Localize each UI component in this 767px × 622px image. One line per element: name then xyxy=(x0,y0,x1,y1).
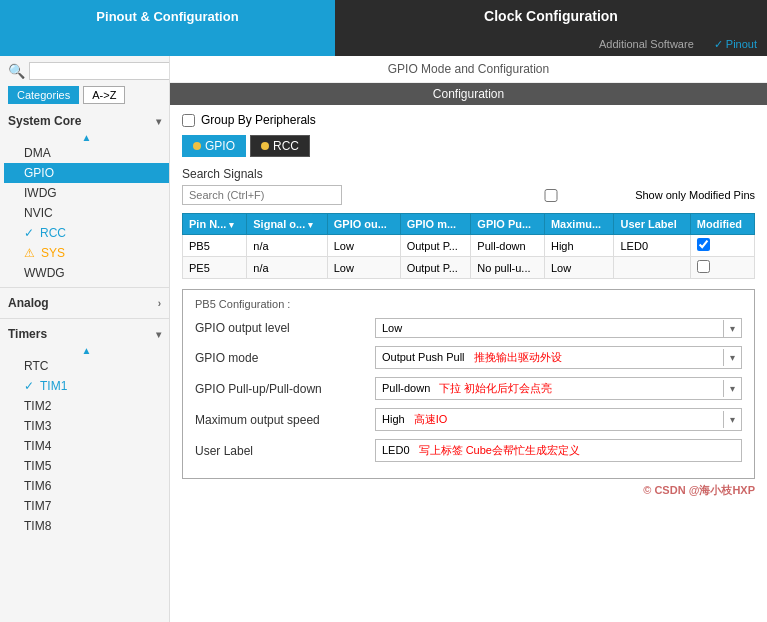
config-bar: Configuration xyxy=(170,83,767,105)
speed-select[interactable]: High 高速IO ▾ xyxy=(375,408,742,431)
modified-checkbox-0[interactable] xyxy=(697,238,710,251)
wwdg-label: WWDG xyxy=(24,266,65,280)
cell-modified-0 xyxy=(690,235,754,257)
section-timers: Timers ▾ ▲ RTC ✓ TIM1 TIM2 TIM3 xyxy=(0,321,169,538)
rcc-label: RCC xyxy=(40,226,66,240)
speed-label: Maximum output speed xyxy=(195,413,375,427)
output-level-select[interactable]: Low ▾ xyxy=(375,318,742,338)
sidebar-item-wwdg[interactable]: WWDG xyxy=(4,263,169,283)
sidebar-item-tim8[interactable]: TIM8 xyxy=(4,516,169,536)
tab-rcc[interactable]: RCC xyxy=(250,135,310,157)
pinout-config-label: Pinout & Configuration xyxy=(96,9,238,24)
sidebar-item-dma[interactable]: DMA xyxy=(4,143,169,163)
sidebar-item-nvic[interactable]: NVIC xyxy=(4,203,169,223)
col-pin[interactable]: Pin N... ▾ xyxy=(183,214,247,235)
sidebar-item-tim2[interactable]: TIM2 xyxy=(4,396,169,416)
iwdg-label: IWDG xyxy=(24,186,57,200)
col-modified[interactable]: Modified xyxy=(690,214,754,235)
sys-label: SYS xyxy=(41,246,65,260)
timers-chevron: ▾ xyxy=(156,329,161,340)
dma-label: DMA xyxy=(24,146,51,160)
col-signal[interactable]: Signal o... ▾ xyxy=(247,214,327,235)
tab-categories[interactable]: Categories xyxy=(8,86,79,104)
config-row-pull: GPIO Pull-up/Pull-down Pull-down 下拉 初始化后… xyxy=(195,377,742,400)
sidebar-item-tim4[interactable]: TIM4 xyxy=(4,436,169,456)
nvic-label: NVIC xyxy=(24,206,53,220)
sidebar-item-rcc[interactable]: ✓ RCC xyxy=(4,223,169,243)
sidebar-search-area: 🔍 ⚙ xyxy=(0,56,169,86)
pull-select[interactable]: Pull-down 下拉 初始化后灯会点亮 ▾ xyxy=(375,377,742,400)
cell-signal-1: n/a xyxy=(247,257,327,279)
rcc-tab-label: RCC xyxy=(273,139,299,153)
gpio-label: GPIO xyxy=(24,166,54,180)
group-by-checkbox[interactable] xyxy=(182,114,195,127)
sidebar: 🔍 ⚙ Categories A->Z System Core ▾ ▲ DMA … xyxy=(0,56,170,622)
section-analog: Analog › xyxy=(0,290,169,316)
gpio-mode-chevron: ▾ xyxy=(723,349,741,366)
speed-annotation: 高速IO xyxy=(414,413,448,425)
sidebar-item-tim3[interactable]: TIM3 xyxy=(4,416,169,436)
timers-label: Timers xyxy=(8,327,47,341)
gpio-mode-value: Output Push Pull 推挽输出驱动外设 xyxy=(376,347,723,368)
config-row-user-label: User Label LED0 写上标签 Cube会帮忙生成宏定义 xyxy=(195,439,742,462)
sidebar-item-tim5[interactable]: TIM5 xyxy=(4,456,169,476)
show-modified-label: Show only Modified Pins xyxy=(635,189,755,201)
timers-header[interactable]: Timers ▾ xyxy=(0,323,169,345)
sidebar-search-input[interactable] xyxy=(29,62,170,80)
speed-value: High 高速IO xyxy=(376,409,723,430)
cell-label-1 xyxy=(614,257,690,279)
cell-label-0: LED0 xyxy=(614,235,690,257)
rcc-dot xyxy=(261,142,269,150)
tim3-label: TIM3 xyxy=(24,419,51,433)
pinout-link[interactable]: ✓ Pinout xyxy=(714,38,757,51)
search-icon: 🔍 xyxy=(8,63,25,79)
tab-gpio[interactable]: GPIO xyxy=(182,135,246,157)
analog-label: Analog xyxy=(8,296,49,310)
sidebar-item-gpio[interactable]: GPIO xyxy=(4,163,169,183)
sub-nav-right: Additional Software ✓ Pinout xyxy=(335,32,767,56)
pinout-config-tab[interactable]: Pinout & Configuration xyxy=(0,0,335,32)
main-content: GPIO Mode and Configuration Configuratio… xyxy=(170,56,767,622)
sidebar-item-iwdg[interactable]: IWDG xyxy=(4,183,169,203)
modified-checkbox-1[interactable] xyxy=(697,260,710,273)
additional-software-link[interactable]: Additional Software xyxy=(599,38,694,50)
clock-config-tab[interactable]: Clock Configuration xyxy=(335,0,767,32)
content-title: GPIO Mode and Configuration xyxy=(170,56,767,83)
col-label[interactable]: User Label xyxy=(614,214,690,235)
gpio-mode-select[interactable]: Output Push Pull 推挽输出驱动外设 ▾ xyxy=(375,346,742,369)
analog-chevron: › xyxy=(158,298,161,309)
sidebar-tabs: Categories A->Z xyxy=(0,86,169,104)
col-gpio-mode[interactable]: GPIO m... xyxy=(400,214,471,235)
tab-a-z[interactable]: A->Z xyxy=(83,86,125,104)
sidebar-item-tim6[interactable]: TIM6 xyxy=(4,476,169,496)
gpio-mode-val-text: Output Push Pull xyxy=(382,351,465,363)
user-label-input-area[interactable]: LED0 写上标签 Cube会帮忙生成宏定义 xyxy=(375,439,742,462)
show-modified-checkbox[interactable] xyxy=(471,189,631,202)
analog-header[interactable]: Analog › xyxy=(0,292,169,314)
col-gpio-pu[interactable]: GPIO Pu... xyxy=(471,214,545,235)
sidebar-item-sys[interactable]: ⚠ SYS xyxy=(4,243,169,263)
group-by-row: Group By Peripherals xyxy=(182,113,755,127)
pull-chevron: ▾ xyxy=(723,380,741,397)
cell-signal-0: n/a xyxy=(247,235,327,257)
signal-tabs: GPIO RCC xyxy=(182,135,755,157)
section-system-core: System Core ▾ ▲ DMA GPIO IWDG NVIC ✓ xyxy=(0,108,169,285)
sidebar-item-tim1[interactable]: ✓ TIM1 xyxy=(4,376,169,396)
search-signals-input[interactable] xyxy=(182,185,342,205)
tim6-label: TIM6 xyxy=(24,479,51,493)
cell-mode-0: Output P... xyxy=(400,235,471,257)
sub-nav-left xyxy=(0,32,335,56)
col-gpio-out[interactable]: GPIO ou... xyxy=(327,214,400,235)
system-core-header[interactable]: System Core ▾ xyxy=(0,110,169,132)
pins-table: Pin N... ▾ Signal o... ▾ GPIO ou... GPIO… xyxy=(182,213,755,279)
sidebar-item-rtc[interactable]: RTC xyxy=(4,356,169,376)
table-row: PB5 n/a Low Output P... Pull-down High L… xyxy=(183,235,755,257)
tim5-label: TIM5 xyxy=(24,459,51,473)
col-max[interactable]: Maximu... xyxy=(544,214,614,235)
gpio-dot xyxy=(193,142,201,150)
group-by-label: Group By Peripherals xyxy=(201,113,316,127)
show-modified-row: Show only Modified Pins xyxy=(471,189,755,202)
sidebar-item-tim7[interactable]: TIM7 xyxy=(4,496,169,516)
output-level-value: Low xyxy=(376,319,723,337)
speed-val-text: High xyxy=(382,413,405,425)
